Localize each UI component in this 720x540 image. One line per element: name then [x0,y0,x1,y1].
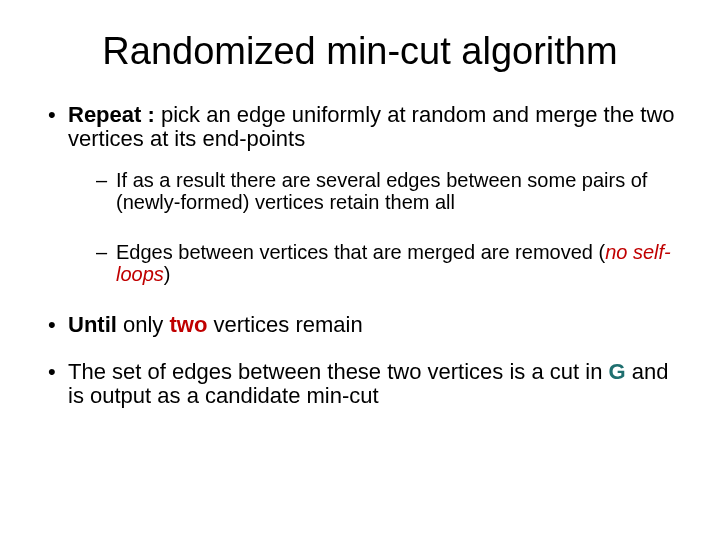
bullet-repeat: Repeat : pick an edge uniformly at rando… [40,103,680,285]
noloops-post: ) [164,263,171,285]
bullet-list: Repeat : pick an edge uniformly at rando… [40,103,680,408]
slide-title: Randomized min-cut algorithm [40,30,680,73]
sub-bullet-retain: If as a result there are several edges b… [92,169,680,213]
output-pre: The set of edges between these two verti… [68,359,609,384]
until-two: two [169,312,207,337]
sub-bullet-noloops: Edges between vertices that are merged a… [92,241,680,285]
bullet-output: The set of edges between these two verti… [40,360,680,408]
until-word: Until [68,312,117,337]
repeat-label: Repeat : [68,102,161,127]
slide: Randomized min-cut algorithm Repeat : pi… [0,0,720,540]
bullet-until: Until only two vertices remain [40,313,680,337]
output-g: G [609,359,626,384]
noloops-pre: Edges between vertices that are merged a… [116,241,605,263]
sub-bullet-list: If as a result there are several edges b… [92,169,680,285]
until-only: only [117,312,170,337]
until-remain: vertices remain [207,312,362,337]
